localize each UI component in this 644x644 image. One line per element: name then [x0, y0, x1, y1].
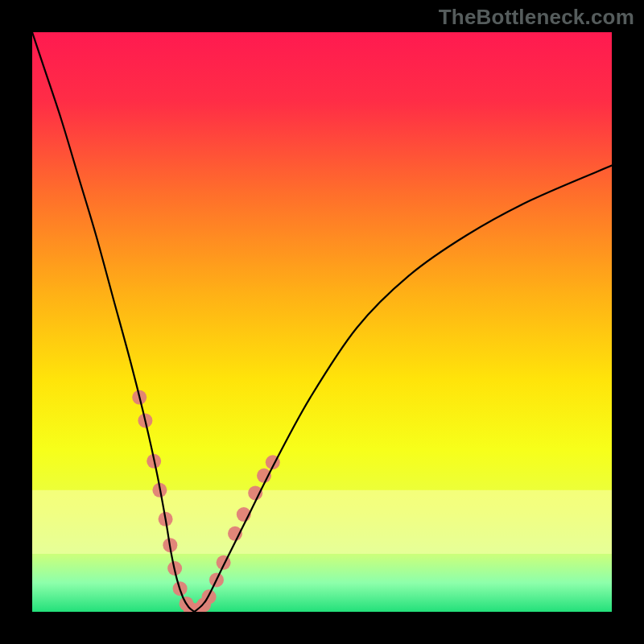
svg-rect-1	[32, 490, 612, 554]
watermark-text: TheBottleneck.com	[439, 5, 634, 30]
bottleneck-chart	[32, 32, 612, 612]
plot-area	[32, 32, 612, 612]
chart-frame: TheBottleneck.com	[0, 0, 644, 644]
svg-point-17	[217, 555, 231, 570]
